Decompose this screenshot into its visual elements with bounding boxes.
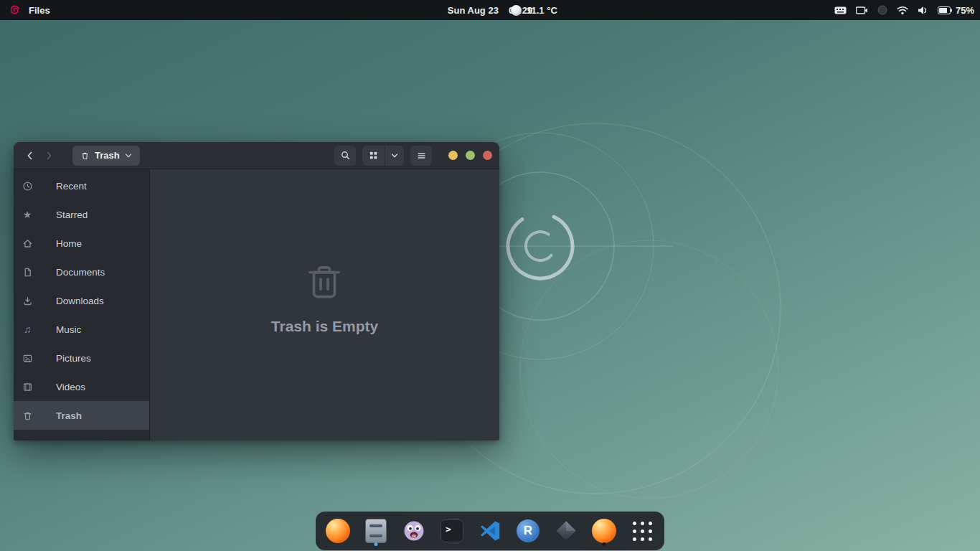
sidebar-item-recent[interactable]: Recent — [14, 171, 149, 200]
dock-show-apps-button[interactable] — [628, 516, 656, 546]
search-button[interactable] — [334, 146, 356, 166]
rstudio-letter: R — [524, 524, 532, 538]
dock-package-tool-icon[interactable] — [552, 516, 580, 546]
sidebar-item-label: Downloads — [56, 296, 104, 306]
wifi-icon[interactable] — [897, 6, 908, 15]
keyboard-icon[interactable] — [834, 6, 847, 15]
view-toggle-split-button — [362, 146, 404, 166]
desktop: Files Sun Aug 23 00:29 11.1 °C — [0, 0, 980, 551]
view-options-button[interactable] — [385, 146, 404, 166]
path-bar-trash-button[interactable]: Trash — [72, 146, 140, 166]
window-button-maximize[interactable] — [466, 151, 475, 160]
battery-percent-label: 75% — [956, 5, 974, 16]
hamburger-menu-icon — [416, 151, 427, 161]
sidebar-item-downloads[interactable]: Downloads — [14, 286, 149, 315]
terminal-prompt-glyph: > — [446, 524, 451, 534]
grid-view-icon — [368, 150, 379, 161]
volume-icon[interactable] — [918, 6, 928, 15]
sidebar: Recent ★ Starred Home Documents — [14, 169, 150, 441]
dock-rstudio-icon[interactable]: R — [514, 516, 542, 546]
empty-state-title: Trash is Empty — [271, 318, 378, 335]
chevron-down-icon — [391, 153, 398, 159]
content-area: Trash is Empty — [150, 169, 499, 441]
debian-logo-icon — [9, 4, 22, 17]
chevron-left-icon — [24, 150, 36, 161]
sidebar-item-label: Home — [56, 238, 82, 249]
chevron-down-icon — [125, 153, 132, 159]
trash-icon — [22, 410, 33, 421]
dock: > R — [316, 512, 664, 550]
download-icon — [22, 295, 33, 306]
sidebar-item-videos[interactable]: Videos — [14, 372, 149, 401]
back-button[interactable] — [21, 146, 39, 165]
sidebar-item-label: Trash — [56, 410, 82, 421]
forward-button[interactable] — [39, 146, 58, 165]
home-icon — [22, 237, 33, 249]
sidebar-item-label: Videos — [56, 382, 85, 392]
sidebar-item-documents[interactable]: Documents — [14, 258, 149, 286]
sidebar-item-music[interactable]: ♫ Music — [14, 315, 149, 344]
diamond-icon — [554, 519, 578, 543]
game-character-icon — [401, 518, 427, 544]
main-menu-button[interactable] — [410, 146, 432, 166]
clock-date: Sun Aug 23 — [448, 5, 499, 16]
view-mode-button[interactable] — [362, 146, 385, 166]
running-indicator — [374, 542, 378, 546]
sidebar-item-label: Starred — [56, 209, 88, 220]
trash-icon — [80, 151, 90, 161]
system-status-area[interactable]: 75% — [834, 0, 974, 20]
dock-vscode-icon[interactable] — [476, 516, 504, 546]
search-icon — [340, 150, 351, 161]
app-grid-icon — [633, 522, 652, 541]
temperature-label: 11.1 °C — [527, 5, 557, 16]
running-indicator — [603, 542, 606, 546]
sidebar-item-home[interactable]: Home — [14, 229, 149, 258]
trash-empty-icon — [303, 260, 346, 303]
dock-files-icon[interactable] — [362, 516, 390, 546]
headerbar: Trash — [14, 142, 499, 169]
dock-terminal-icon[interactable]: > — [438, 516, 466, 546]
window-button-close[interactable] — [483, 151, 492, 160]
focused-app-name[interactable]: Files — [29, 5, 50, 16]
activities-area[interactable]: Files — [0, 4, 50, 17]
clock-icon — [22, 180, 33, 192]
files-window: Trash — [14, 142, 499, 441]
star-icon: ★ — [22, 209, 33, 220]
sidebar-item-trash[interactable]: Trash — [14, 401, 149, 430]
empty-state: Trash is Empty — [271, 260, 378, 335]
dock-firefox-2-icon[interactable] — [590, 516, 618, 546]
image-icon — [22, 352, 33, 364]
window-body: Recent ★ Starred Home Documents — [14, 169, 499, 441]
sidebar-item-starred[interactable]: ★ Starred — [14, 200, 149, 229]
sidebar-item-label: Documents — [56, 267, 105, 278]
window-controls — [448, 151, 492, 160]
path-label: Trash — [95, 150, 120, 161]
firefox-icon — [592, 519, 616, 543]
chevron-right-icon — [43, 150, 55, 161]
dock-firefox-icon[interactable] — [324, 516, 352, 546]
vscode-icon — [479, 519, 501, 542]
sidebar-item-pictures[interactable]: Pictures — [14, 344, 149, 372]
moon-icon — [511, 5, 522, 16]
film-icon — [22, 381, 33, 392]
music-note-icon: ♫ — [22, 324, 33, 335]
camera-icon[interactable] — [856, 6, 868, 15]
dock-game-icon[interactable] — [400, 516, 428, 546]
terminal-icon: > — [440, 519, 463, 542]
battery-status[interactable]: 75% — [938, 5, 974, 16]
sidebar-item-label: Music — [56, 324, 81, 335]
sidebar-item-label: Recent — [56, 181, 87, 192]
sidebar-item-label: Pictures — [56, 353, 91, 364]
firefox-icon — [326, 519, 350, 543]
document-icon — [22, 266, 33, 278]
file-manager-icon — [365, 519, 387, 543]
indicator-circle-icon[interactable] — [877, 5, 887, 15]
headerbar-actions — [334, 146, 492, 166]
weather-widget[interactable]: 11.1 °C — [511, 0, 557, 20]
rstudio-icon: R — [517, 519, 540, 542]
window-button-minimize[interactable] — [448, 151, 458, 160]
battery-icon — [938, 6, 952, 14]
top-bar: Files Sun Aug 23 00:29 11.1 °C — [0, 0, 980, 20]
